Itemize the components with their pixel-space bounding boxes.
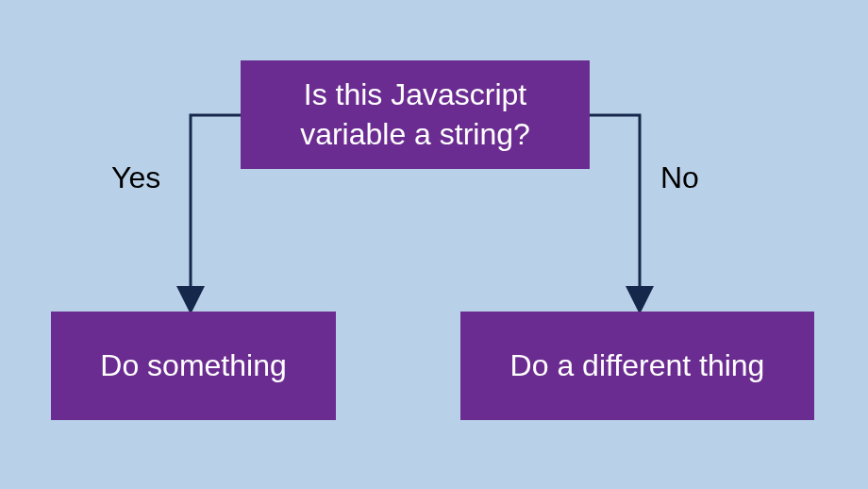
decision-text: Is this Javascript variable a string?	[259, 76, 571, 154]
yes-action-box: Do something	[51, 312, 336, 420]
no-label: No	[660, 160, 699, 195]
decision-box: Is this Javascript variable a string?	[241, 60, 590, 169]
yes-label: Yes	[111, 160, 160, 195]
no-action-text: Do a different thing	[510, 346, 765, 386]
no-action-box: Do a different thing	[460, 312, 814, 420]
yes-action-text: Do something	[100, 346, 286, 386]
